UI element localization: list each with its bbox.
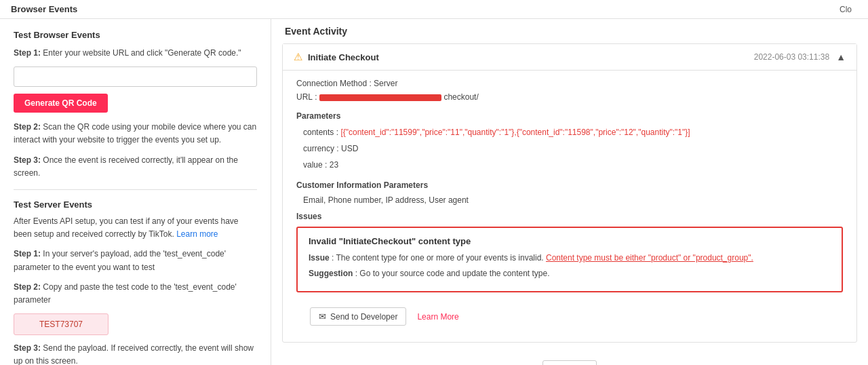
url-input[interactable]	[14, 66, 257, 87]
left-panel: Test Browser Events Step 1: Enter your w…	[0, 19, 271, 365]
test-code-box: TEST73707	[14, 313, 108, 335]
more-section: More	[271, 353, 868, 365]
event-block: ⚠ Initiate Checkout 2022-06-03 03:11:38 …	[282, 43, 857, 343]
suggestion-label: Suggestion	[309, 269, 353, 278]
url-row: URL : checkout/	[296, 92, 843, 102]
topbar-title: Browser Events	[11, 4, 77, 14]
parameters-title: Parameters	[296, 111, 843, 121]
param-contents: contents : [{"content_id":"11599","price…	[303, 126, 843, 138]
test-server-title: Test Server Events	[14, 199, 257, 210]
param-value-currency: USD	[341, 144, 358, 153]
event-name: Initiate Checkout	[308, 52, 379, 62]
param-value: value : 23	[303, 159, 843, 171]
step1-text: Step 1: Enter your website URL and click…	[14, 47, 257, 60]
url-label: URL	[296, 92, 313, 102]
top-bar: Browser Events Clo	[0, 0, 868, 19]
suggestion-text: Go to your source code and update the co…	[359, 269, 549, 278]
issue-label: Issue	[309, 253, 330, 263]
server-step2-text: Step 2: Copy and paste the test code to …	[14, 281, 257, 307]
suggestion-detail: Suggestion : Go to your source code and …	[309, 267, 831, 280]
param-name-currency: currency	[303, 144, 334, 153]
customer-info-value: Email, Phone number, IP address, User ag…	[296, 195, 843, 205]
event-body: Connection Method : Server URL : checkou…	[283, 71, 856, 342]
connection-method-label: Connection Method	[296, 79, 367, 88]
event-timestamp: 2022-06-03 03:11:38	[754, 52, 829, 62]
url-suffix: checkout/	[443, 92, 478, 102]
issue-detail: Issue : The content type for one or more…	[309, 252, 831, 265]
param-name-value: value	[303, 160, 323, 170]
server-step3-text: Step 3: Send the payload. If received co…	[14, 342, 257, 365]
connection-method-value: Server	[374, 79, 397, 88]
learn-more-button[interactable]: Learn More	[417, 312, 458, 322]
generate-qr-button[interactable]: Generate QR Code	[14, 94, 108, 113]
step3-label: Step 3:	[14, 155, 41, 165]
test-browser-title: Test Browser Events	[14, 30, 257, 40]
issues-section: Issues Invalid "InitiateCheckout" conten…	[296, 212, 843, 292]
server-step1-label: Step 1:	[14, 249, 41, 258]
warning-icon: ⚠	[294, 51, 302, 63]
customer-info-title: Customer Information Parameters	[296, 180, 843, 190]
issue-text: The content type for one or more of your…	[336, 253, 753, 263]
server-step1-text: Step 1: In your server's payload, add th…	[14, 248, 257, 273]
send-to-developer-button[interactable]: ✉ Send to Developer	[310, 307, 406, 326]
chevron-up-icon: ▲	[836, 52, 846, 62]
right-panel: Event Activity ⚠ Initiate Checkout 2022-…	[271, 19, 868, 365]
issue-box: Invalid "InitiateCheckout" content type …	[296, 227, 843, 292]
server-step2-label: Step 2:	[14, 282, 41, 292]
event-footer: ✉ Send to Developer Learn More	[296, 302, 843, 334]
event-header-left: ⚠ Initiate Checkout	[294, 51, 379, 63]
url-redacted	[319, 94, 441, 101]
divider	[14, 189, 257, 190]
learn-more-link[interactable]: Learn more	[176, 229, 218, 239]
server-desc: After Events API setup, you can test if …	[14, 215, 257, 241]
main-layout: Test Browser Events Step 1: Enter your w…	[0, 19, 868, 365]
param-name-contents: contents	[303, 128, 334, 137]
step2-text: Step 2: Scan the QR code using your mobi…	[14, 121, 257, 147]
param-value-contents: [{"content_id":"11599","price":"11","qua…	[340, 128, 690, 137]
close-button[interactable]: Clo	[834, 3, 857, 16]
connection-method-row: Connection Method : Server	[296, 79, 843, 88]
param-currency: currency : USD	[303, 142, 843, 155]
issue-heading: Invalid "InitiateCheckout" content type	[309, 236, 831, 246]
more-button[interactable]: More	[542, 360, 597, 365]
issues-title: Issues	[296, 212, 843, 221]
step3-text: Step 3: Once the event is received corre…	[14, 154, 257, 180]
send-dev-label: Send to Developer	[330, 312, 397, 322]
server-step3-label: Step 3:	[14, 343, 41, 353]
event-activity-title: Event Activity	[271, 26, 868, 43]
event-header[interactable]: ⚠ Initiate Checkout 2022-06-03 03:11:38 …	[283, 44, 856, 71]
param-value-value: 23	[330, 160, 338, 170]
params-block: contents : [{"content_id":"11599","price…	[296, 126, 843, 171]
step1-label: Step 1:	[14, 48, 41, 58]
email-icon: ✉	[319, 311, 326, 322]
step2-label: Step 2:	[14, 122, 41, 132]
